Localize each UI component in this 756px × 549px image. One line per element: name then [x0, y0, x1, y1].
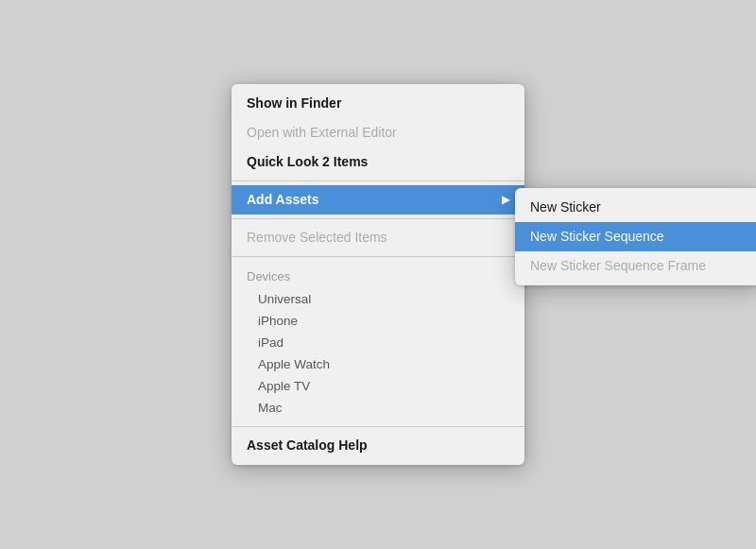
separator-2	[232, 218, 524, 219]
submenu-item-new-sticker-sequence-frame: New Sticker Sequence Frame	[515, 251, 756, 281]
menu-item-open-external-editor: Open with External Editor	[232, 118, 524, 147]
separator-3	[232, 256, 524, 257]
submenu-item-new-sticker-sequence[interactable]: New Sticker Sequence	[515, 222, 756, 251]
device-item-universal[interactable]: Universal	[232, 288, 524, 310]
device-item-apple-watch[interactable]: Apple Watch	[232, 353, 524, 375]
separator-4	[232, 426, 524, 427]
separator-1	[232, 180, 524, 181]
menu-item-show-in-finder[interactable]: Show in Finder	[232, 89, 524, 118]
submenu: New Sticker New Sticker Sequence New Sti…	[515, 188, 756, 285]
device-item-ipad[interactable]: iPad	[232, 332, 524, 353]
menu-item-quick-look[interactable]: Quick Look 2 Items	[232, 147, 524, 177]
submenu-item-new-sticker[interactable]: New Sticker	[515, 193, 756, 222]
menu-item-add-assets[interactable]: Add Assets ▶	[232, 185, 524, 214]
devices-header: Devices	[232, 265, 524, 288]
context-menu: Show in Finder Open with External Editor…	[232, 84, 524, 465]
device-item-iphone[interactable]: iPhone	[232, 310, 524, 332]
menu-item-remove-selected: Remove Selected Items	[232, 223, 524, 252]
menu-item-asset-catalog-help[interactable]: Asset Catalog Help	[232, 431, 524, 460]
devices-group: Devices Universal iPhone iPad Apple Watc…	[232, 261, 524, 422]
device-item-mac[interactable]: Mac	[232, 397, 524, 419]
submenu-arrow-icon: ▶	[502, 192, 509, 208]
context-menu-wrapper: Show in Finder Open with External Editor…	[232, 84, 524, 465]
device-item-apple-tv[interactable]: Apple TV	[232, 375, 524, 397]
